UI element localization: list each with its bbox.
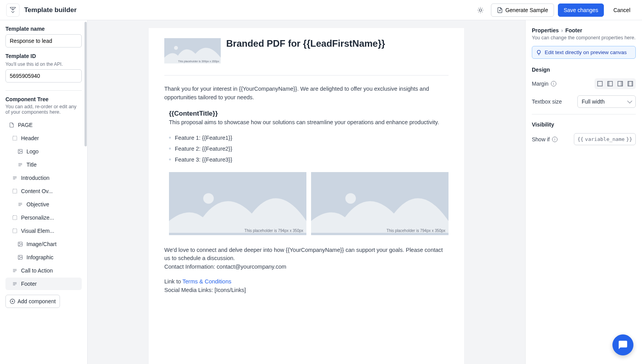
image-icon — [17, 241, 23, 247]
svg-point-3 — [19, 150, 20, 151]
show-if-label: Show if i — [532, 136, 558, 142]
visibility-section-title: Visibility — [532, 121, 636, 128]
text-icon — [17, 201, 23, 207]
template-id-input[interactable] — [5, 69, 82, 83]
component-tree: PAGEHeaderLogoTitleIntroductionContent O… — [5, 119, 82, 290]
margin-label: Margin i — [532, 81, 556, 87]
textbox-size-select[interactable]: Full width — [577, 95, 636, 108]
image-icon — [17, 254, 23, 260]
svg-point-19 — [19, 256, 20, 257]
save-changes-button[interactable]: Save changes — [558, 4, 604, 17]
chevron-right-icon: › — [561, 27, 563, 33]
terms-link[interactable]: Terms & Conditions — [183, 278, 232, 285]
tree-item-logo[interactable]: Logo — [5, 145, 82, 158]
tree-item-call-to-action[interactable]: Call to Action — [5, 264, 82, 277]
component-tree-help: You can add, re-order or edit any of you… — [5, 104, 82, 115]
svg-point-27 — [174, 46, 178, 50]
topbar: Template builder Generate Sample Save ch… — [0, 0, 642, 20]
template-id-label: Template ID — [5, 53, 82, 59]
document-title[interactable]: Branded PDF for {{LeadFirstName}} — [226, 38, 385, 49]
margin-toggle — [595, 78, 636, 89]
component-tree-title: Component Tree — [5, 96, 82, 102]
svg-rect-30 — [598, 81, 602, 86]
textbox-size-label: Textbox size — [532, 98, 562, 105]
theme-toggle-icon[interactable] — [474, 4, 487, 17]
svg-rect-36 — [628, 81, 629, 86]
tree-item-visual-elem-[interactable]: Visual Elem... — [5, 225, 82, 237]
app-title: Template builder — [24, 6, 77, 14]
tree-item-content-ov-[interactable]: Content Ov... — [5, 185, 82, 197]
app-logo-icon — [6, 4, 19, 17]
preview-canvas[interactable]: This placeholder is 399px x 200px Brande… — [88, 20, 525, 364]
tree-item-header[interactable]: Header — [5, 132, 82, 144]
plus-icon — [10, 299, 15, 304]
properties-panel: Properties › Footer You can change the c… — [525, 20, 642, 364]
svg-rect-34 — [621, 81, 623, 86]
image-placeholder-2[interactable]: This placeholder is 794px x 350px — [311, 172, 449, 235]
template-id-help: You'll use this id on the API. — [5, 62, 82, 67]
lightbulb-icon — [536, 50, 542, 55]
cta-text[interactable]: We'd love to connect and delve deeper in… — [164, 246, 449, 271]
intro-text[interactable]: Thank you for your interest in {{YourCom… — [164, 85, 449, 102]
feature-list: Feature 1: {{Feature1}}Feature 2: {{Feat… — [169, 132, 449, 165]
margin-option-none[interactable] — [595, 79, 605, 88]
feature-item[interactable]: Feature 3: {{Feature3}} — [169, 154, 449, 165]
margin-option-left[interactable] — [605, 79, 615, 88]
svg-rect-1 — [13, 136, 17, 141]
cancel-button[interactable]: Cancel — [608, 4, 636, 16]
info-icon[interactable]: i — [552, 137, 558, 142]
tree-item-page[interactable]: PAGE — [5, 119, 82, 131]
svg-rect-37 — [631, 81, 633, 86]
page-preview: This placeholder is 399px x 200px Brande… — [149, 28, 464, 364]
svg-point-17 — [19, 243, 20, 244]
feature-item[interactable]: Feature 2: {{Feature2}} — [169, 143, 449, 154]
image-icon — [17, 148, 23, 155]
scrollbar[interactable] — [84, 20, 87, 364]
section-icon — [12, 215, 18, 221]
text-icon — [17, 162, 23, 168]
sidebar-left: Template name Template ID You'll use thi… — [0, 20, 88, 364]
document-icon — [497, 7, 503, 13]
show-if-input[interactable]: {{variable_name}} — [574, 133, 636, 145]
text-icon — [12, 175, 18, 181]
footer-links[interactable]: Link to Terms & Conditions Social Media … — [164, 278, 449, 295]
svg-rect-15 — [13, 229, 17, 233]
page-icon — [9, 122, 15, 128]
section-icon — [12, 135, 18, 141]
breadcrumb: Properties › Footer — [532, 27, 636, 33]
section-icon — [12, 188, 18, 194]
chat-fab[interactable] — [612, 334, 633, 355]
logo-placeholder[interactable]: This placeholder is 399px x 200px — [164, 38, 221, 63]
svg-rect-32 — [608, 81, 609, 86]
feature-item[interactable]: Feature 1: {{Feature1}} — [169, 132, 449, 143]
text-icon — [12, 267, 18, 274]
properties-help: You can change the component properties … — [532, 35, 636, 40]
margin-option-right[interactable] — [616, 79, 625, 88]
tree-item-objective[interactable]: Objective — [5, 198, 82, 211]
chat-icon — [618, 340, 628, 350]
svg-point-28 — [203, 193, 214, 204]
content-description[interactable]: This proposal aims to showcase how our s… — [169, 119, 449, 125]
template-name-input[interactable] — [5, 34, 82, 47]
svg-point-29 — [345, 193, 356, 204]
svg-rect-14 — [13, 216, 17, 220]
margin-option-both[interactable] — [626, 79, 635, 88]
tree-item-footer[interactable]: Footer — [5, 278, 82, 290]
tree-item-introduction[interactable]: Introduction — [5, 172, 82, 184]
content-title[interactable]: {{ContentTitle}} — [169, 110, 449, 118]
tree-item-image-chart[interactable]: Image/Chart — [5, 238, 82, 250]
info-icon[interactable]: i — [551, 81, 556, 86]
svg-rect-10 — [13, 189, 17, 193]
edit-on-canvas-tip[interactable]: Edit text directly on preview canvas — [532, 46, 636, 59]
design-section-title: Design — [532, 67, 636, 73]
svg-point-0 — [479, 9, 482, 11]
template-name-label: Template name — [5, 26, 82, 32]
add-component-button[interactable]: Add component — [5, 295, 60, 308]
section-icon — [12, 228, 18, 234]
tree-item-infographic[interactable]: Infographic — [5, 251, 82, 264]
generate-sample-button[interactable]: Generate Sample — [491, 4, 554, 17]
image-placeholder-1[interactable]: This placeholder is 794px x 350px — [169, 172, 306, 235]
tree-item-title[interactable]: Title — [5, 158, 82, 171]
text-icon — [12, 281, 18, 287]
tree-item-personalize-[interactable]: Personalize... — [5, 211, 82, 224]
